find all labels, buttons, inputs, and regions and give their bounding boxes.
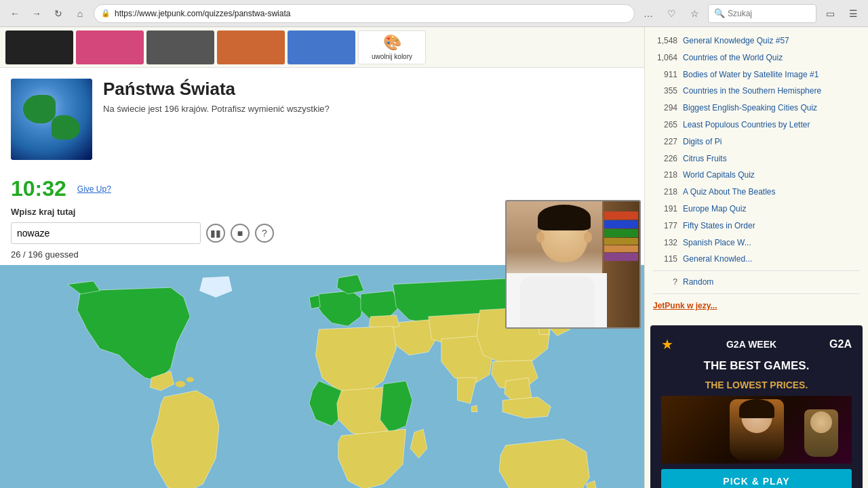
quiz-description: Na świecie jest 196 krajów. Potrafisz wy… [103, 104, 330, 114]
list-item[interactable]: 218 A Quiz About The Beatles [645, 184, 868, 201]
quiz-link[interactable]: Fifty States in Order [683, 220, 755, 232]
bookmark-button[interactable]: ♡ [662, 4, 681, 23]
reload-button[interactable]: ↻ [49, 4, 68, 23]
forward-button[interactable]: → [27, 4, 46, 23]
banner-item-3[interactable] [146, 30, 214, 64]
list-item[interactable]: 911 Bodies of Water by Satellite Image #… [645, 66, 868, 83]
jetpunk-lang[interactable]: JetPunk w jezy... [645, 297, 868, 314]
list-item[interactable]: 218 World Capitals Quiz [645, 167, 868, 184]
quiz-count: 218 [653, 169, 677, 180]
quiz-globe [11, 79, 92, 160]
quiz-link[interactable]: General Knowled... [683, 253, 752, 265]
quiz-count: 191 [653, 203, 677, 214]
quiz-count: 294 [653, 102, 677, 113]
quiz-link[interactable]: Bodies of Water by Satellite Image #1 [683, 69, 818, 81]
quiz-link[interactable]: Europe Map Quiz [683, 203, 746, 215]
quiz-count: 115 [653, 253, 677, 264]
list-item[interactable]: 132 Spanish Place W... [645, 235, 868, 251]
quiz-link[interactable]: General Knowledge Quiz #57 [683, 35, 789, 47]
quiz-list: 1,548 General Knowledge Quiz #57 1,064 C… [645, 27, 868, 320]
main-content: 🎨 uwolnij kolory Państwa Świata Na świec… [0, 27, 868, 488]
lock-icon: 🔒 [101, 9, 111, 18]
quiz-count: 218 [653, 186, 677, 197]
divider [653, 270, 860, 271]
list-item[interactable]: 177 Fifty States in Order [645, 218, 868, 235]
svg-point-2 [186, 377, 194, 382]
quiz-link[interactable]: A Quiz About The Beatles [683, 186, 776, 198]
more-button[interactable]: … [639, 4, 658, 23]
browser-chrome: ← → ↻ ⌂ 🔒 … ♡ ☆ 🔍 ▭ ☰ [0, 0, 868, 27]
back-button[interactable]: ← [5, 4, 24, 23]
quiz-link[interactable]: Least Populous Countries by Letter [683, 119, 810, 131]
quiz-count: ? [653, 277, 677, 287]
quiz-count: 1,064 [653, 52, 677, 62]
menu-button[interactable]: ☰ [844, 4, 863, 23]
quiz-count: 177 [653, 220, 677, 230]
quiz-timer: 10:32 [11, 176, 66, 201]
ad-sub-text: THE LOWEST PRICES. [705, 380, 808, 390]
sidebar-scroll: 1,548 General Knowledge Quiz #57 1,064 C… [645, 27, 868, 488]
top-banner: 🎨 uwolnij kolory [0, 27, 644, 68]
list-item[interactable]: 191 Europe Map Quiz [645, 201, 868, 218]
stop-button[interactable]: ■ [231, 224, 250, 243]
banner-item-1[interactable] [5, 30, 73, 64]
list-item[interactable]: 227 Digits of Pi [645, 134, 868, 150]
list-item[interactable]: 1,064 Countries of the World Quiz [645, 49, 868, 66]
webcam-person [507, 201, 639, 327]
quiz-count: 226 [653, 153, 677, 163]
split-view-button[interactable]: ▭ [821, 4, 840, 23]
quiz-count: 1,548 [653, 35, 677, 45]
uwolnij-text: uwolnij kolory [372, 53, 412, 60]
banner-logo-icon: 🎨 [383, 34, 401, 52]
pick-play-button[interactable]: PICK & PLAY [661, 469, 852, 488]
banner-item-2[interactable] [76, 30, 144, 64]
list-item[interactable]: 355 Countries in the Southern Hemisphere [645, 83, 868, 100]
quiz-link[interactable]: Countries of the World Quiz [683, 52, 783, 64]
quiz-count: 227 [653, 136, 677, 146]
search-icon: 🔍 [714, 8, 725, 18]
star-button[interactable]: ☆ [685, 4, 704, 23]
list-item[interactable]: 294 Biggest English-Speaking Cities Quiz [645, 100, 868, 117]
banner-item-5[interactable] [288, 30, 355, 64]
ad-game-image [661, 396, 852, 464]
banner-item-4[interactable] [217, 30, 285, 64]
quiz-header: Państwa Świata Na świecie jest 196 krajó… [0, 68, 644, 171]
ad-star-icon: ★ [661, 336, 673, 352]
quiz-link[interactable]: Countries in the Southern Hemisphere [683, 85, 821, 97]
banner-uwolnij[interactable]: 🎨 uwolnij kolory [358, 30, 426, 64]
quiz-count: 132 [653, 237, 677, 247]
ad-g2a-logo: G2A [829, 338, 852, 350]
list-item[interactable]: 1,548 General Knowledge Quiz #57 [645, 33, 868, 49]
quiz-link[interactable]: Spanish Place W... [683, 237, 751, 249]
search-container: 🔍 [708, 4, 816, 23]
divider [653, 293, 860, 294]
list-item[interactable]: 265 Least Populous Countries by Letter [645, 117, 868, 134]
list-item[interactable]: 115 General Knowled... [645, 251, 868, 268]
random-item[interactable]: ? Random [645, 274, 868, 291]
quiz-count: 355 [653, 85, 677, 96]
home-button[interactable]: ⌂ [71, 4, 90, 23]
quiz-link[interactable]: Biggest English-Speaking Cities Quiz [683, 102, 817, 114]
give-up-link[interactable]: Give Up? [77, 184, 111, 194]
pause-button[interactable]: ▮▮ [206, 224, 225, 243]
quiz-link[interactable]: Citrus Fruits [683, 153, 727, 165]
quiz-link[interactable]: World Capitals Quiz [683, 169, 755, 181]
quiz-count: 265 [653, 119, 677, 129]
svg-point-1 [175, 381, 185, 388]
address-bar[interactable] [115, 9, 627, 18]
webcam-overlay [505, 200, 641, 329]
ad-banner[interactable]: ★ G2A WEEK G2A THE BEST GAMES. THE LOWES… [650, 325, 863, 488]
quiz-globe-inner [11, 79, 92, 160]
quiz-link[interactable]: Digits of Pi [683, 136, 722, 148]
list-item[interactable]: 226 Citrus Fruits [645, 150, 868, 167]
timer-row: 10:32 Give Up? [11, 176, 633, 201]
quiz-title: Państwa Świata [103, 79, 330, 100]
help-button[interactable]: ? [255, 224, 274, 243]
search-input[interactable] [728, 9, 809, 18]
random-link[interactable]: Random [683, 277, 713, 288]
input-label: Wpisz kraj tutaj [11, 207, 75, 217]
ad-g2a-week-label: G2A WEEK [726, 339, 776, 350]
country-input[interactable] [11, 222, 201, 244]
ad-main-text: THE BEST GAMES. [704, 358, 810, 374]
quiz-count: 911 [653, 69, 677, 79]
